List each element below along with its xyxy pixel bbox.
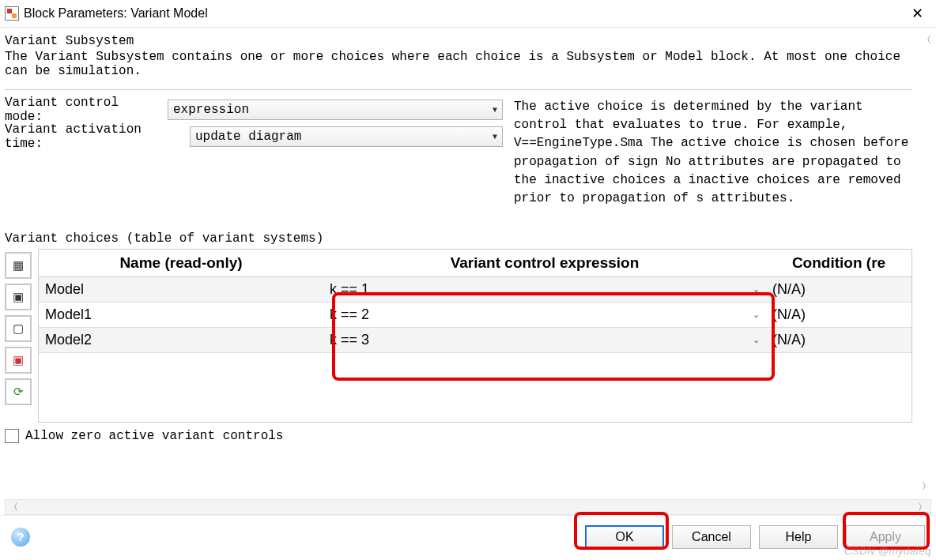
app-icon [5,6,19,21]
open-block-button[interactable]: ▣ [5,347,32,374]
chevron-down-icon: ▼ [493,106,497,115]
window-title: Block Parameters: Variant Model [24,6,208,21]
col-cond: Condition (re [766,250,911,277]
vertical-scrollbar[interactable]: 〈 〉 [917,28,936,498]
row-name: Model2 [39,328,323,353]
close-icon[interactable]: ✕ [904,2,931,25]
add-choice-button[interactable]: ▦ [5,252,32,279]
help-icon[interactable]: ? [11,528,30,547]
mode-label: Variant control mode: [5,96,163,124]
blank-button[interactable]: ▢ [5,315,32,342]
subheading: Variant Subsystem [0,28,917,50]
row-cond: (N/A) [766,277,911,303]
description-text: The Variant Subsystem contains one or mo… [0,50,917,86]
chevron-down-icon: ▼ [493,133,497,141]
mode-value: expression [173,103,249,117]
row-cond: (N/A) [766,328,911,353]
row-name: Model1 [39,303,323,328]
annotation-box [574,512,669,550]
help-button[interactable]: Help [759,525,838,549]
scroll-left-icon[interactable]: 〈 [6,501,21,514]
scroll-up-icon[interactable]: 〈 [919,32,934,47]
col-expr: Variant control expression [323,250,766,277]
annotation-box [332,292,775,381]
title-bar: Block Parameters: Variant Model ✕ [0,0,936,28]
cancel-button[interactable]: Cancel [672,525,751,549]
time-combo[interactable]: update diagram ▼ [190,126,503,147]
scroll-down-icon[interactable]: 〉 [919,479,934,493]
group-title: Variant choices (table of variant system… [5,231,912,246]
allow-zero-label: Allow zero active variant controls [25,429,283,443]
mode-combo[interactable]: expression ▼ [168,100,503,120]
main-content: Variant Subsystem The Variant Subsystem … [0,28,917,498]
time-value: update diagram [195,130,301,144]
table-toolbar: ▦ ▣ ▢ ▣ ⟳ [5,249,38,423]
help-paragraph: The active choice is determined by the v… [514,96,912,208]
row-cond: (N/A) [766,303,911,328]
edit-choice-button[interactable]: ▣ [5,284,32,310]
allow-zero-checkbox[interactable] [5,429,19,443]
annotation-box [843,512,930,550]
col-name: Name (read-only) [39,250,323,277]
horizontal-scrollbar[interactable]: 〈 〉 [5,499,931,515]
dialog-footer: ? OK Cancel Help Apply [0,515,936,558]
row-name: Model [39,277,323,303]
time-label: Variant activation time: [5,122,185,151]
refresh-button[interactable]: ⟳ [5,378,32,405]
